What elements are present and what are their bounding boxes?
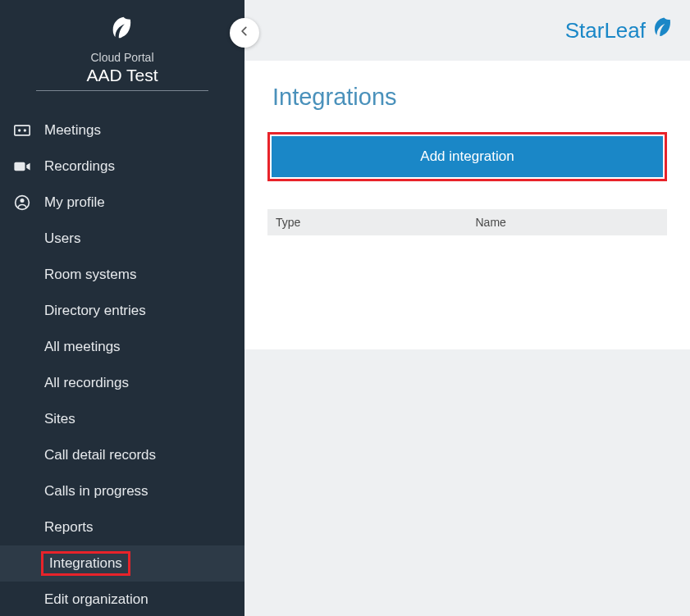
svg-point-1: [18, 129, 21, 131]
sidebar-item-all-recordings[interactable]: All recordings: [0, 365, 244, 401]
sidebar-item-label: Integrations: [49, 555, 122, 571]
sidebar-item-label: Users: [44, 230, 80, 247]
svg-rect-0: [15, 125, 30, 135]
sidebar-item-label: My profile: [44, 194, 105, 211]
sidebar-item-label: Room systems: [44, 267, 136, 283]
sidebar-item-meetings[interactable]: Meetings: [0, 112, 244, 148]
sidebar-item-all-meetings[interactable]: All meetings: [0, 329, 244, 365]
svg-point-5: [21, 198, 25, 203]
add-integration-highlight: Add integration: [267, 132, 667, 181]
sidebar-item-label: All recordings: [44, 375, 129, 391]
brand-name: StarLeaf: [565, 18, 646, 43]
sidebar-item-label: Edit organization: [44, 591, 149, 608]
sidebar-item-users[interactable]: Users: [0, 221, 244, 257]
sidebar-item-recordings[interactable]: Recordings: [0, 148, 244, 185]
sidebar-item-integrations[interactable]: Integrations: [0, 545, 244, 582]
chevron-left-icon: [239, 25, 250, 40]
svg-point-2: [24, 129, 26, 131]
sidebar-item-label: Call detail records: [44, 447, 156, 463]
sidebar-nav: Meetings Recordings My profile Users Roo…: [0, 112, 244, 616]
sidebar-item-sites[interactable]: Sites: [0, 401, 244, 437]
sidebar-item-label: Calls in progress: [44, 483, 149, 500]
sidebar-item-calls-in-progress[interactable]: Calls in progress: [0, 473, 244, 509]
column-header-type[interactable]: Type: [267, 216, 468, 229]
topbar: StarLeaf: [244, 0, 690, 61]
sidebar-item-call-detail-records[interactable]: Call detail records: [0, 437, 244, 473]
svg-rect-3: [14, 162, 25, 171]
meetings-icon: [13, 121, 31, 139]
sidebar-item-edit-organization[interactable]: Edit organization: [0, 582, 244, 616]
sidebar-item-label: Sites: [44, 411, 75, 427]
sidebar-item-room-systems[interactable]: Room systems: [0, 257, 244, 293]
org-name[interactable]: AAD Test: [36, 64, 208, 91]
recordings-icon: [13, 157, 31, 176]
sidebar-item-label: All meetings: [44, 339, 121, 355]
add-integration-button[interactable]: Add integration: [272, 136, 663, 177]
sidebar-item-directory-entries[interactable]: Directory entries: [0, 293, 244, 329]
starleaf-leaf-icon: [651, 16, 675, 46]
sidebar-item-label: Recordings: [44, 158, 115, 175]
profile-icon: [13, 194, 31, 212]
sidebar-item-reports[interactable]: Reports: [0, 509, 244, 545]
portal-label: Cloud Portal: [0, 51, 244, 64]
sidebar-item-label: Reports: [44, 519, 94, 536]
brand-logo[interactable]: StarLeaf: [565, 16, 675, 46]
sidebar-item-label: Meetings: [44, 122, 101, 139]
column-header-name[interactable]: Name: [468, 216, 668, 229]
page-title: Integrations: [272, 84, 667, 111]
main-area: StarLeaf Integrations Add integration Ty…: [244, 0, 690, 616]
sidebar-header: Cloud Portal AAD Test: [0, 0, 244, 98]
starleaf-leaf-icon: [108, 15, 136, 46]
collapse-sidebar-button[interactable]: [230, 18, 259, 48]
add-integration-label: Add integration: [420, 148, 514, 165]
sidebar-item-my-profile[interactable]: My profile: [0, 185, 244, 221]
integrations-table-header: Type Name: [267, 209, 667, 235]
sidebar: Cloud Portal AAD Test Meetings Recording…: [0, 0, 244, 616]
content-card: Integrations Add integration Type Name: [244, 61, 690, 349]
sidebar-item-label: Directory entries: [44, 303, 146, 319]
